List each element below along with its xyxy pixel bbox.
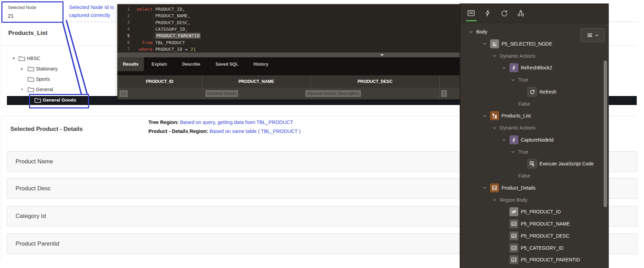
grid-cell-value[interactable]: General Goods Description [305, 90, 361, 97]
folder-icon [19, 56, 25, 63]
designer-node-label: P5_PRODUCT_ID [521, 209, 561, 214]
svg-text:1: 1 [513, 258, 514, 261]
designer-tree-row[interactable]: True [460, 146, 644, 158]
chevron-down-icon[interactable] [482, 114, 490, 118]
chevron-down-icon[interactable] [502, 137, 509, 142]
designer-tree-row[interactable]: False [460, 98, 644, 110]
chevron-down-icon[interactable] [492, 126, 500, 130]
dynamic-action-icon [509, 135, 518, 144]
sidebar-scrollbar-thumb[interactable] [604, 60, 607, 207]
selected-node-value: 21 [8, 13, 14, 19]
details-region-title: Selected Product - Details [10, 126, 83, 133]
tree-node-label: Stationary [36, 66, 58, 71]
designer-tree-row[interactable]: Product_Details [460, 182, 624, 194]
designer-tree-row[interactable]: 1P5_CATEGORY_ID [460, 242, 643, 254]
designer-tree-row[interactable]: 1P5_PRODUCT_PARENTID [460, 254, 643, 266]
line-number: 5 [117, 34, 130, 38]
shared-components-tab-icon[interactable] [517, 9, 525, 17]
number-field-icon: 1 [509, 243, 518, 252]
results-grid-header: PRODUCT_IDPRODUCT_NAMEPRODUCT_DESC [117, 75, 464, 88]
designer-tree-row[interactable]: AP5_PRODUCT_DESC [460, 230, 643, 242]
sql-code-line: 1selectPRODUCT_ID, [117, 6, 464, 12]
rendering-tab-icon[interactable] [467, 9, 475, 17]
tree-node-row[interactable]: ▼HBSC [0, 54, 114, 63]
sql-code-text: PRODUCT_PARENTID [155, 33, 201, 38]
grid-column-header[interactable]: PRODUCT_NAME [202, 75, 311, 88]
designer-node-label: CaptureNodeId [521, 137, 554, 143]
sql-code-text: TBL_PRODUCT [155, 40, 185, 45]
collapse-arrow-icon[interactable]: ▼ [12, 57, 16, 60]
editor-splitter[interactable] [117, 52, 464, 57]
tree-node-row[interactable]: ▶Stationary [0, 64, 114, 73]
sql-code-line: 2PRODUCT_NAME, [117, 12, 464, 19]
results-grid-row[interactable]: 21General GoodsGeneral Goods Description… [117, 88, 464, 99]
folder-icon [28, 77, 34, 83]
svg-text:A: A [492, 41, 495, 45]
page: Selected Node 21 Selected Node Id is cap… [0, 0, 644, 268]
chevron-down-icon[interactable] [492, 54, 500, 58]
chevron-down-icon[interactable] [502, 66, 509, 70]
tree-node-label: General [36, 87, 53, 92]
hidden-icon [509, 207, 518, 216]
designer-node-label: True [518, 149, 528, 155]
chevron-down-icon[interactable] [511, 78, 518, 82]
designer-tree-row[interactable]: Dynamic Actions [460, 122, 634, 134]
grid-column-divider [202, 75, 202, 99]
grid-cell-value[interactable]: 21 [119, 90, 128, 97]
tab-describe[interactable]: Describe [175, 57, 208, 71]
grid-cell-value[interactable]: 1 [441, 90, 447, 97]
javascript-icon: JS [527, 159, 537, 169]
selected-node-highlight-box [29, 94, 89, 108]
grid-column-header[interactable]: PRODUCT_DESC [311, 75, 439, 88]
designer-node-label: Dynamic Actions [500, 53, 535, 59]
chevron-down-icon[interactable] [511, 150, 518, 154]
designer-node-label: Body [476, 29, 487, 35]
designer-tree-row[interactable]: Region Body [460, 194, 634, 206]
collapse-arrow-icon[interactable]: ▼ [20, 88, 24, 91]
designer-tree-row[interactable]: Refresh [460, 86, 644, 98]
designer-tree-row[interactable]: Body [460, 26, 610, 38]
products-region-title: Products_List [8, 30, 47, 37]
tab-saved-sql[interactable]: Saved SQL [208, 57, 246, 71]
tab-history[interactable]: History [246, 57, 276, 71]
designer-tree-row[interactable]: False [460, 170, 644, 182]
svg-text:JS: JS [530, 162, 533, 164]
designer-tree-row[interactable]: AP5_SELECTED_NODE [460, 38, 624, 50]
selected-code-text: PRODUCT_PARENTID [155, 33, 201, 39]
designer-tree-row[interactable]: JSExecute JavaScript Code [460, 158, 644, 170]
details-region-note-label: Product - Details Region: [148, 128, 208, 134]
grid-column-header[interactable]: PRODUCT_ID [117, 75, 202, 88]
details-region-left-border [1, 116, 1, 261]
processing-tab-icon[interactable] [500, 9, 508, 17]
tab-explain[interactable]: Explain [144, 57, 174, 71]
sql-code-line: 6fromTBL_PRODUCT [117, 39, 464, 46]
dynamic-actions-tab-icon[interactable] [484, 9, 491, 17]
active-tab-underline [466, 20, 477, 21]
chevron-down-icon[interactable] [482, 41, 490, 46]
designer-node-label: False [518, 173, 530, 179]
chevron-down-icon[interactable] [469, 30, 476, 34]
tree-node-row[interactable]: Sports [0, 75, 114, 84]
designer-tree-row[interactable]: CaptureNodeId [460, 134, 643, 146]
designer-tree-row[interactable]: True [460, 74, 644, 86]
chevron-down-icon[interactable] [482, 185, 490, 190]
expand-arrow-icon[interactable]: ▶ [20, 67, 24, 70]
designer-tree-row[interactable]: Dynamic Actions [460, 50, 634, 62]
chevron-down-icon[interactable] [492, 198, 500, 202]
tree-node-label: HBSC [27, 56, 40, 61]
tab-results[interactable]: Results [117, 57, 144, 71]
designer-tree-row[interactable]: Products_List [460, 110, 624, 122]
splitter-caret-icon[interactable] [380, 54, 384, 56]
grid-cell-value[interactable]: General Goods [205, 90, 238, 97]
tree-node-row[interactable]: ▼General [0, 85, 114, 94]
svg-text:A: A [513, 222, 515, 226]
designer-node-label: Product_Details [501, 185, 536, 191]
designer-tree-row[interactable]: RefreshBlock2 [460, 62, 643, 74]
designer-tree-row[interactable]: AP5_PRODUCT_NAME [460, 218, 643, 230]
designer-node-label: Dynamic Actions [500, 125, 535, 131]
page-designer-panel: BodyAP5_SELECTED_NODEDynamic ActionsRefr… [460, 3, 609, 268]
folder-icon [28, 87, 34, 94]
designer-tree-row[interactable]: P5_PRODUCT_ID [460, 206, 643, 218]
sql-code-line: 4CATEGORY_ID, [117, 26, 464, 32]
tree-node-label: Sports [36, 76, 50, 82]
